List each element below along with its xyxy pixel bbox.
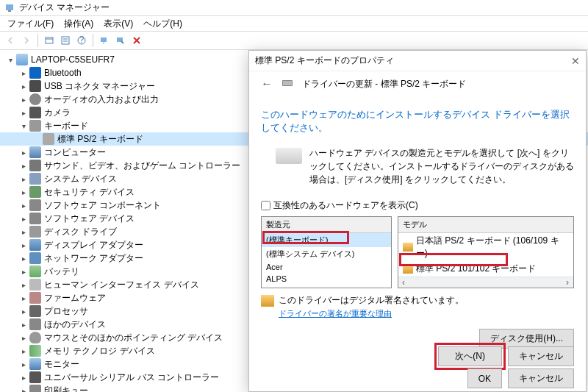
expander-icon[interactable]: ▸ [19,386,28,392]
expander-icon[interactable]: ▸ [19,346,28,355]
expander-icon[interactable]: ▾ [6,55,15,64]
cpu-icon [29,305,41,317]
wizard-help-text: ハードウェア デバイスの製造元とモデルを選択して [次へ] をクリックしてくださ… [309,146,574,186]
menu-action[interactable]: 操作(A) [60,16,98,32]
tree-item-label: ヒューマン インターフェイス デバイス [44,279,199,291]
expander-icon[interactable]: ▸ [19,267,28,276]
toolbar-scan-button[interactable] [97,33,112,48]
expander-icon[interactable]: ▸ [19,240,28,249]
expander-icon[interactable]: ▸ [19,148,28,157]
expander-icon[interactable]: ▾ [19,121,28,130]
toolbar-uninstall-button[interactable] [129,33,144,48]
expander-icon[interactable]: ▸ [19,108,28,117]
tree-item-label: ディスク ドライブ [44,226,117,238]
wizard-cancel-button[interactable]: キャンセル [508,346,574,366]
kb-icon [29,120,41,132]
window-title: デバイス マネージャー [19,1,110,14]
hid-icon [29,279,41,291]
signing-info-link[interactable]: ドライバーの署名が重要な理由 [279,309,392,318]
kbchild-icon [43,133,54,145]
menu-view[interactable]: 表示(V) [99,16,137,32]
list-item[interactable]: ALPS [262,273,391,285]
fw-icon [29,292,41,304]
model-h-scrollbar[interactable]: ‹ [398,277,562,288]
expander-icon[interactable]: ▸ [19,174,28,183]
toolbar-help-button[interactable]: ? [74,33,89,48]
list-item[interactable]: 標準 PS/2 101/102 キーボード [398,261,573,277]
expander-icon[interactable]: ▸ [19,68,28,77]
compat-checkbox[interactable] [261,201,270,210]
svg-rect-0 [6,4,13,10]
list-item[interactable]: (標準システム デバイス) [262,247,391,261]
expander-icon[interactable]: ▸ [19,214,28,223]
expander-icon[interactable]: ▸ [19,201,28,210]
list-item[interactable]: (標準キーボード) [262,233,391,247]
pc-icon [16,54,28,65]
expander-icon[interactable]: ▸ [19,95,28,104]
scroll-left-icon[interactable]: ‹ [398,277,409,288]
wizard-title: このハードウェアのためにインストールするデバイス ドライバーを選択してください。 [261,108,574,135]
have-disk-button[interactable]: ディスク使用(H)... [479,329,574,349]
expander-icon[interactable]: ▸ [19,280,28,289]
model-listbox[interactable]: モデル 日本語 PS/2 キーボード (106/109 キー)標準 PS/2 1… [398,216,574,288]
tree-item-label: プロセッサ [44,305,88,318]
expander-icon[interactable]: ▸ [19,254,28,263]
comp-icon [29,146,41,158]
tree-item-label: ソフトウェア コンポーネント [44,199,161,212]
expander-icon[interactable]: ▸ [19,188,28,196]
expander-icon[interactable]: ▸ [19,307,28,316]
toolbar-properties-button[interactable] [58,33,73,48]
signed-text: このドライバーはデジタル署名されています。 [279,294,464,307]
expander-icon[interactable]: ▸ [19,82,28,90]
sw-icon [29,199,41,211]
tree-item-label: LAPTOP-C5SEUFR7 [31,54,115,65]
chiplet-icon [276,148,302,164]
expander-icon[interactable] [32,135,41,143]
keyboard-icon [282,78,293,90]
list-item[interactable]: 日本語 PS/2 キーボード (106/109 キー) [398,233,573,261]
expander-icon[interactable]: ▸ [19,293,28,302]
tree-item-label: メモリ テクノロジ デバイス [44,345,155,357]
app-icon [4,3,15,13]
menu-help[interactable]: ヘルプ(H) [139,16,187,32]
battery-icon [29,266,41,277]
ok-button[interactable]: OK [467,368,502,388]
expander-icon[interactable]: ▸ [19,161,28,170]
list-item[interactable]: AT&T [262,285,391,288]
expander-icon[interactable]: ▸ [19,320,28,329]
tree-item-label: ファームウェア [44,292,106,304]
next-button[interactable]: 次へ(N) [438,346,502,366]
properties-dialog: 標準 PS/2 キーボードのプロパティ ✕ ← ドライバーの更新 - 標準 PS… [248,50,587,392]
compat-checkbox-label[interactable]: 互換性のあるハードウェアを表示(C) [273,199,418,212]
expander-icon[interactable]: ▸ [19,360,28,368]
toolbar-show-hidden-button[interactable] [42,33,57,48]
expander-icon[interactable]: ▸ [19,373,28,382]
tree-item-label: ネットワーク アダプター [44,252,143,265]
tree-item-label: USB コネクタ マネージャー [44,80,155,93]
close-icon[interactable]: ✕ [571,55,580,67]
manufacturer-listbox[interactable]: 製造元 (標準キーボード)(標準システム デバイス)AcerALPSAT&T [261,216,392,288]
sw-icon [29,213,41,224]
driver-icon [403,243,413,252]
print-icon [29,385,41,392]
tree-item-label: サウンド、ビデオ、およびゲーム コントローラー [44,160,240,172]
tree-item-label: ディスプレイ アダプター [44,239,143,252]
tree-item-label: オーディオの入力および出力 [44,93,159,106]
tree-item-label: 標準 PS/2 キーボード [57,133,143,146]
menu-file[interactable]: ファイル(F) [3,16,58,32]
svg-rect-9 [101,38,107,42]
expander-icon[interactable]: ▸ [19,227,28,236]
toolbar-update-button[interactable] [113,33,128,48]
driver-icon [403,265,413,274]
toolbar-forward-button [19,33,34,48]
back-arrow-icon[interactable]: ← [261,77,273,90]
list-item[interactable]: Acer [262,261,391,273]
tree-item-label: ほかのデバイス [44,318,106,331]
expander-icon[interactable]: ▸ [19,333,28,342]
tree-item-label: 印刷キュー [44,385,88,393]
certificate-icon [261,295,274,307]
mem-icon [29,345,41,357]
scroll-right-icon[interactable]: › [562,277,573,288]
audio-icon [29,93,41,105]
cancel-button[interactable]: キャンセル [508,368,574,388]
